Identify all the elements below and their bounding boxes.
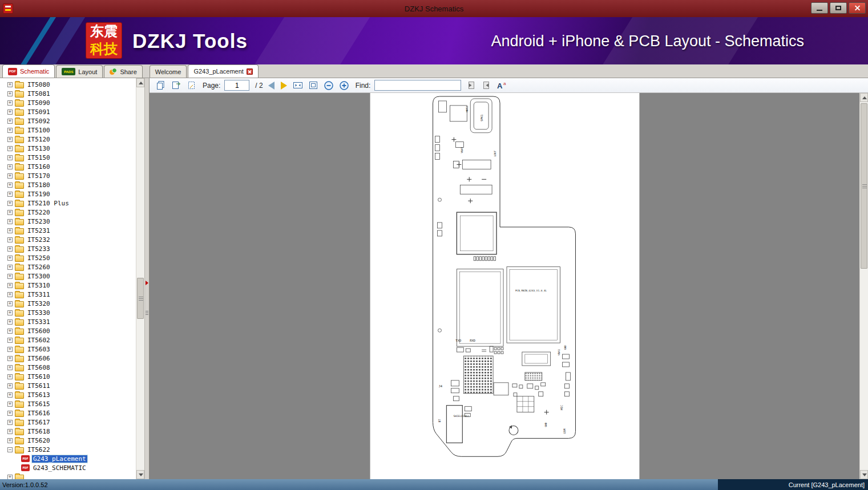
tree-folder-row[interactable]: +IT5610 — [0, 372, 136, 381]
tree-folder-row[interactable]: +IT5613 — [0, 390, 136, 399]
tree-folder-row[interactable]: +IT5233 — [0, 244, 136, 253]
expand-icon[interactable]: + — [7, 347, 13, 352]
next-page-icon[interactable] — [281, 82, 287, 90]
expand-icon[interactable]: + — [7, 383, 13, 388]
tree-folder-row[interactable]: +IT5190 — [0, 189, 136, 199]
tree-folder-row[interactable]: +IT5091 — [0, 107, 136, 116]
tree-folder-row[interactable]: +IT5231 — [0, 226, 136, 235]
expand-icon[interactable]: + — [7, 356, 13, 361]
tree-folder-row[interactable]: +IT5602 — [0, 335, 136, 345]
collapse-icon[interactable]: − — [7, 447, 13, 452]
expand-icon[interactable]: + — [7, 420, 13, 425]
zoom-out-icon[interactable] — [323, 80, 334, 91]
expand-icon[interactable]: + — [7, 310, 13, 315]
tree-file-row[interactable]: PDFG243_SCHEMATIC — [0, 463, 136, 472]
tree-folder-row[interactable]: +IT5120 — [0, 135, 136, 144]
tree-folder-row[interactable]: +IT5600 — [0, 326, 136, 335]
expand-icon[interactable]: + — [7, 119, 13, 124]
tab-schematic[interactable]: PDF Schematic — [2, 64, 55, 78]
expand-icon[interactable]: + — [7, 319, 13, 325]
tree-folder-row[interactable]: +IT5331 — [0, 317, 136, 326]
tree-folder-row[interactable]: +IT5230 — [0, 217, 136, 226]
tree-folder-row[interactable]: +IT5616 — [0, 408, 136, 418]
expand-icon[interactable]: + — [7, 183, 13, 188]
tree-folder-row[interactable]: +IT5310 — [0, 281, 136, 290]
tree-folder-row[interactable]: +IT5611 — [0, 381, 136, 390]
clipboard-icon[interactable] — [155, 80, 166, 91]
expand-icon[interactable]: + — [7, 265, 13, 270]
tree-folder-row[interactable]: + — [0, 472, 136, 479]
tree-folder-row[interactable]: +IT5150 — [0, 153, 136, 162]
tab-share[interactable]: Share — [104, 65, 142, 78]
minimize-button[interactable] — [811, 2, 828, 14]
tree-folder-row[interactable]: +IT5210 Plus — [0, 199, 136, 208]
expand-icon[interactable]: + — [7, 201, 13, 206]
tree-folder-row[interactable]: +IT5311 — [0, 290, 136, 299]
scroll-up-icon[interactable] — [860, 93, 868, 102]
expand-icon[interactable]: + — [7, 137, 13, 142]
scroll-down-icon[interactable] — [136, 470, 144, 479]
expand-icon[interactable]: + — [7, 228, 13, 233]
expand-icon[interactable]: + — [7, 146, 13, 151]
find-next-icon[interactable] — [481, 80, 492, 91]
font-size-icon[interactable]: A a — [496, 80, 507, 91]
tab-welcome[interactable]: Welcome — [150, 65, 187, 78]
tree-folder-row[interactable]: +IT5608 — [0, 363, 136, 372]
tree-folder-row[interactable]: +IT5618 — [0, 427, 136, 436]
scroll-up-icon[interactable] — [136, 78, 144, 87]
tree-folder-row[interactable]: +IT5180 — [0, 180, 136, 189]
tree-folder-row[interactable]: +IT5081 — [0, 89, 136, 98]
fit-width-icon[interactable] — [292, 80, 304, 91]
expand-icon[interactable]: + — [7, 411, 13, 416]
maximize-button[interactable] — [830, 2, 847, 14]
expand-icon[interactable]: + — [7, 402, 13, 407]
find-input[interactable] — [374, 80, 461, 91]
expand-icon[interactable]: + — [7, 100, 13, 106]
expand-icon[interactable]: + — [7, 374, 13, 379]
scroll-down-icon[interactable] — [860, 470, 868, 479]
expand-icon[interactable]: + — [7, 246, 13, 252]
tree-folder-row[interactable]: +IT5615 — [0, 399, 136, 408]
copy-page-icon[interactable] — [170, 80, 181, 91]
tree-folder-row[interactable]: +IT5080 — [0, 80, 136, 89]
tree-folder-row[interactable]: +IT5250 — [0, 253, 136, 262]
expand-icon[interactable]: + — [7, 82, 13, 87]
tree-folder-row[interactable]: +IT5260 — [0, 262, 136, 272]
tab-g243-placement[interactable]: G243_pLacement — [188, 64, 258, 78]
close-button[interactable] — [849, 2, 866, 14]
expand-icon[interactable]: + — [7, 274, 13, 279]
tree-folder-row[interactable]: +IT5090 — [0, 98, 136, 107]
expand-icon[interactable]: + — [7, 91, 13, 96]
expand-icon[interactable]: + — [7, 128, 13, 133]
tree-file-row[interactable]: PDFG243_pLacement — [0, 454, 136, 463]
expand-icon[interactable]: + — [7, 237, 13, 242]
tree-folder-row[interactable]: +IT5330 — [0, 308, 136, 317]
tree-scrollbar[interactable] — [136, 78, 144, 479]
find-previous-icon[interactable] — [465, 80, 477, 91]
zoom-in-icon[interactable] — [338, 80, 350, 91]
expand-icon[interactable]: + — [7, 475, 13, 480]
tab-layout[interactable]: PADS Layout — [56, 65, 103, 78]
fit-page-icon[interactable] — [308, 80, 319, 91]
tree-scroll-thumb[interactable] — [137, 278, 144, 319]
expand-icon[interactable]: + — [7, 365, 13, 370]
expand-icon[interactable]: + — [7, 329, 13, 334]
tree-folder-row[interactable]: +IT5617 — [0, 418, 136, 427]
tree-folder-row[interactable]: +IT5160 — [0, 162, 136, 171]
expand-icon[interactable]: + — [7, 155, 13, 160]
tree-folder-row[interactable]: +IT5220 — [0, 208, 136, 217]
expand-icon[interactable]: + — [7, 164, 13, 169]
viewer-scrollbar[interactable] — [859, 93, 868, 479]
expand-icon[interactable]: + — [7, 301, 13, 306]
tree-folder-row[interactable]: +IT5092 — [0, 116, 136, 125]
expand-icon[interactable]: + — [7, 210, 13, 215]
tree-folder-row[interactable]: −IT5622 — [0, 445, 136, 454]
expand-icon[interactable]: + — [7, 438, 13, 443]
tree-folder-row[interactable]: +IT5300 — [0, 272, 136, 281]
previous-page-icon[interactable] — [268, 82, 274, 90]
page-input[interactable] — [224, 80, 249, 91]
collapse-arrow-icon[interactable] — [146, 281, 148, 285]
tree-folder-row[interactable]: +IT5606 — [0, 354, 136, 363]
expand-icon[interactable]: + — [7, 392, 13, 398]
tree-folder-row[interactable]: +IT5603 — [0, 345, 136, 354]
